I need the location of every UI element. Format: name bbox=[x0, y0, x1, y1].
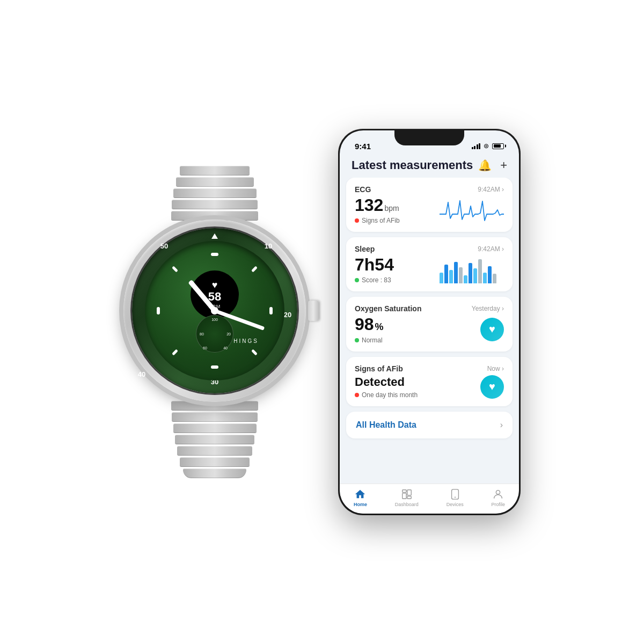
sleep-value-group: 7h54 bbox=[355, 255, 394, 274]
svg-rect-2 bbox=[407, 490, 411, 495]
band-link bbox=[176, 177, 254, 187]
nav-devices[interactable]: Devices bbox=[447, 488, 464, 507]
nav-devices-label: Devices bbox=[447, 502, 464, 507]
ecg-left: 132 bpm Signs of AFib bbox=[355, 196, 400, 224]
all-health-label: All Health Data bbox=[356, 420, 416, 430]
ecg-card[interactable]: ECG 9:42AM › 132 bpm bbox=[346, 178, 513, 232]
nav-home-label: Home bbox=[354, 502, 367, 507]
sleep-left: 7h54 Score : 83 bbox=[355, 255, 394, 284]
sleep-value: 7h54 bbox=[355, 255, 394, 274]
afib-card[interactable]: Signs of AFib Now › Detected bbox=[346, 357, 513, 406]
band-link bbox=[173, 423, 257, 433]
sleep-bar bbox=[454, 262, 458, 283]
bottom-nav: Home Dashboard bbox=[340, 484, 519, 514]
sleep-card-header: Sleep 9:42AM › bbox=[355, 245, 504, 253]
sleep-bar bbox=[459, 267, 463, 283]
ecg-chart bbox=[440, 198, 504, 222]
sleep-status-label: Score : 83 bbox=[362, 276, 391, 284]
oxygen-status-dot bbox=[355, 338, 359, 342]
afib-title: Signs of AFib bbox=[355, 364, 403, 373]
sleep-bar bbox=[488, 266, 492, 283]
devices-icon bbox=[449, 488, 461, 500]
sleep-card-body: 7h54 Score : 83 bbox=[355, 255, 504, 284]
heart-badge-icon: ♥ bbox=[489, 323, 495, 335]
phone: 9:41 ⊛ bbox=[338, 129, 521, 515]
ecg-value: 132 bbox=[355, 196, 383, 215]
watch-dial: ♥ 58 BPM WITHINGS 100 80 20 60 40 bbox=[145, 241, 284, 380]
watch-hands bbox=[145, 241, 284, 380]
header-actions: 🔔 + bbox=[478, 158, 507, 172]
watch-crown bbox=[308, 301, 319, 321]
ecg-time: 9:42AM › bbox=[478, 186, 504, 193]
svg-rect-3 bbox=[407, 496, 411, 499]
wifi-icon: ⊛ bbox=[484, 142, 489, 150]
oxygen-status: Normal bbox=[355, 336, 384, 344]
nav-home[interactable]: Home bbox=[354, 488, 367, 507]
band-link bbox=[172, 200, 258, 209]
app-screen: 9:41 ⊛ bbox=[340, 130, 519, 490]
bell-icon[interactable]: 🔔 bbox=[478, 159, 492, 172]
all-health-data-link[interactable]: All Health Data › bbox=[346, 412, 513, 438]
afib-heart-badge: ♥ bbox=[480, 375, 504, 399]
heart-badge-icon-2: ♥ bbox=[489, 380, 495, 393]
add-icon[interactable]: + bbox=[500, 158, 507, 172]
sleep-time: 9:42AM › bbox=[478, 245, 504, 253]
afib-value-group: Detected bbox=[355, 375, 418, 389]
sleep-bar bbox=[444, 265, 448, 283]
app-header: Latest measurements 🔔 + bbox=[340, 154, 519, 178]
band-link bbox=[173, 188, 257, 198]
oxygen-card[interactable]: Oxygen Saturation Yesterday › 98 % bbox=[346, 297, 513, 351]
svg-rect-1 bbox=[402, 493, 406, 499]
afib-status-label: One day this month bbox=[362, 391, 418, 399]
band-link bbox=[180, 457, 250, 467]
ecg-card-header: ECG 9:42AM › bbox=[355, 185, 504, 194]
sleep-bar bbox=[464, 275, 467, 283]
oxygen-value-group: 98 % bbox=[355, 315, 384, 334]
band-link bbox=[180, 166, 250, 175]
nav-dashboard-label: Dashboard bbox=[395, 502, 419, 507]
oxygen-time: Yesterday › bbox=[472, 305, 504, 312]
phone-notch bbox=[394, 130, 464, 145]
oxygen-card-header: Oxygen Saturation Yesterday › bbox=[355, 304, 504, 313]
dashboard-icon bbox=[401, 488, 413, 500]
sleep-title: Sleep bbox=[355, 245, 375, 253]
sleep-card[interactable]: Sleep 9:42AM › 7h54 bbox=[346, 237, 513, 291]
watch: 50 10 20 30 40 bbox=[123, 166, 306, 478]
oxygen-card-body: 98 % Normal ♥ bbox=[355, 315, 504, 343]
signal-bar-4 bbox=[479, 143, 480, 149]
battery-fill bbox=[494, 144, 501, 148]
phone-screen: 9:41 ⊛ bbox=[340, 130, 519, 514]
profile-icon bbox=[492, 488, 504, 500]
svg-point-6 bbox=[496, 491, 500, 494]
sleep-bar bbox=[483, 273, 487, 283]
band-link bbox=[171, 401, 258, 411]
phone-frame: 9:41 ⊛ bbox=[338, 129, 521, 515]
sleep-bar bbox=[473, 268, 477, 283]
svg-point-5 bbox=[455, 496, 456, 497]
afib-left: Detected One day this month bbox=[355, 375, 418, 399]
nav-profile[interactable]: Profile bbox=[492, 488, 506, 507]
ecg-status-label: Signs of AFib bbox=[362, 217, 400, 224]
watch-band-bottom bbox=[171, 401, 258, 478]
ecg-status: Signs of AFib bbox=[355, 217, 400, 224]
sleep-chart bbox=[440, 257, 504, 283]
signal-bar-1 bbox=[472, 147, 473, 149]
sleep-status-dot bbox=[355, 278, 359, 282]
signal-bar-2 bbox=[474, 146, 475, 149]
battery-icon bbox=[492, 143, 504, 149]
page-title: Latest measurements bbox=[352, 158, 473, 172]
watch-bezel: 50 10 20 30 40 bbox=[132, 228, 297, 393]
band-link bbox=[175, 435, 254, 444]
nav-dashboard[interactable]: Dashboard bbox=[395, 488, 419, 507]
ecg-card-body: 132 bpm Signs of AFib bbox=[355, 196, 504, 224]
oxygen-left: 98 % Normal bbox=[355, 315, 384, 343]
minute-hand bbox=[214, 309, 265, 331]
oxygen-heart-badge: ♥ bbox=[480, 318, 504, 341]
app-content: ECG 9:42AM › 132 bpm bbox=[340, 178, 519, 490]
sleep-bar bbox=[469, 263, 472, 283]
oxygen-unit: % bbox=[375, 321, 384, 333]
afib-card-body: Detected One day this month ♥ bbox=[355, 375, 504, 399]
oxygen-status-label: Normal bbox=[362, 336, 383, 344]
afib-status: One day this month bbox=[355, 391, 418, 399]
signal-bar-3 bbox=[477, 144, 478, 149]
